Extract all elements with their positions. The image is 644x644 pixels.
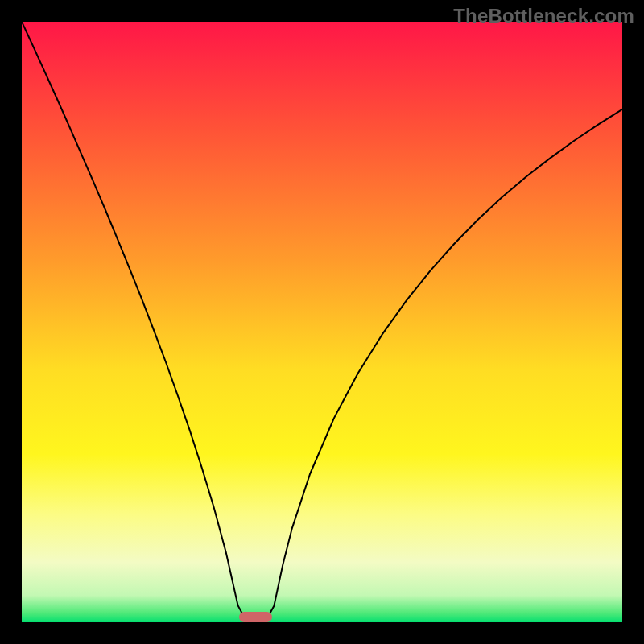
chart-frame: TheBottleneck.com xyxy=(0,0,644,644)
plot-area xyxy=(22,22,622,622)
watermark-text: TheBottleneck.com xyxy=(453,5,634,27)
bottleneck-curve xyxy=(22,22,622,622)
bottleneck-marker xyxy=(239,612,272,622)
